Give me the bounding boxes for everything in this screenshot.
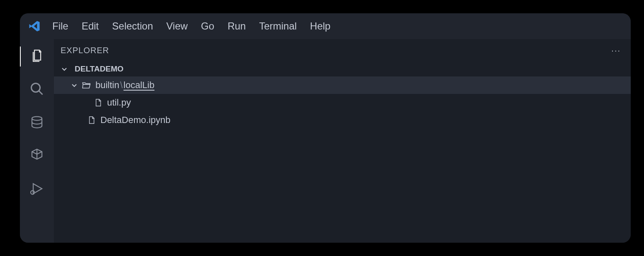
menu-item-run[interactable]: Run (227, 20, 246, 32)
file-name: util.py (107, 97, 131, 108)
file-tree: builtin\localLib util.py (54, 76, 631, 129)
vscode-logo-icon (28, 20, 41, 32)
project-name: DELTADEMO (75, 64, 124, 74)
activity-bar (20, 39, 54, 243)
chevron-down-icon (61, 66, 68, 72)
folder-row-locallib[interactable]: builtin\localLib (54, 76, 631, 94)
menu-item-terminal[interactable]: Terminal (259, 20, 297, 32)
menu-item-go[interactable]: Go (201, 20, 214, 32)
svg-point-0 (32, 84, 40, 92)
file-icon (87, 116, 96, 125)
body-area: EXPLORER ··· DELTADEMO (20, 39, 631, 243)
more-actions-icon[interactable]: ··· (611, 46, 621, 55)
file-row-util-py[interactable]: util.py (54, 94, 631, 111)
run-debug-activity-icon[interactable] (29, 180, 45, 197)
folder-open-icon (81, 80, 91, 90)
menu-item-file[interactable]: File (52, 20, 68, 32)
folder-path: builtin\localLib (95, 80, 154, 91)
project-section-header[interactable]: DELTADEMO (54, 62, 631, 76)
folder-path-prefix: builtin (95, 80, 119, 90)
menu-item-help[interactable]: Help (310, 20, 330, 32)
title-bar: File Edit Selection View Go Run Terminal… (20, 13, 631, 39)
explorer-header: EXPLORER ··· (54, 39, 631, 62)
file-name: DeltaDemo.ipynb (100, 115, 171, 126)
svg-point-3 (31, 191, 34, 194)
chevron-down-icon (71, 82, 78, 89)
source-control-activity-icon[interactable] (29, 114, 45, 130)
folder-path-last: localLib (124, 80, 155, 90)
explorer-title: EXPLORER (61, 46, 109, 55)
menu-item-edit[interactable]: Edit (82, 20, 99, 32)
file-row-deltademo-ipynb[interactable]: DeltaDemo.ipynb (54, 111, 631, 129)
extensions-activity-icon[interactable] (29, 147, 45, 164)
editor-window: File Edit Selection View Go Run Terminal… (20, 13, 631, 243)
folder-path-separator: \ (120, 80, 122, 90)
menu-item-view[interactable]: View (166, 20, 188, 32)
search-activity-icon[interactable] (29, 81, 45, 97)
menu-item-selection[interactable]: Selection (112, 20, 153, 32)
explorer-activity-icon[interactable] (29, 47, 45, 64)
svg-point-2 (32, 117, 42, 121)
explorer-panel: EXPLORER ··· DELTADEMO (54, 39, 631, 243)
svg-line-1 (39, 91, 43, 95)
menu-bar: File Edit Selection View Go Run Terminal… (52, 20, 330, 32)
file-icon (94, 98, 103, 107)
